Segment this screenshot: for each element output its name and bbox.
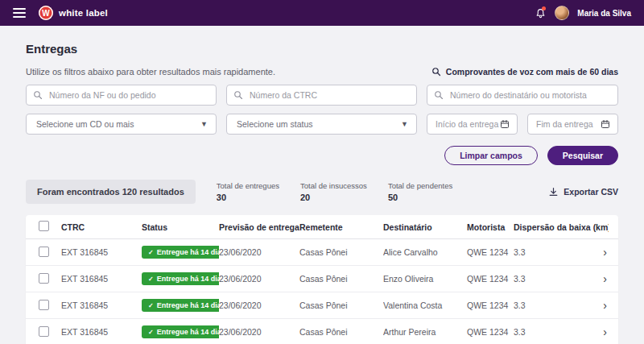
cell-dispersion: 3.3 xyxy=(514,327,526,337)
brand-logo[interactable]: W white label xyxy=(39,6,108,20)
check-icon: ✓ xyxy=(148,329,154,336)
cell-delivery-date: 23/06/2020 xyxy=(219,274,299,284)
cell-ctrc: EXT 316845 xyxy=(61,300,142,310)
cell-recipient: Arthur Pereira xyxy=(383,327,467,337)
check-icon: ✓ xyxy=(148,276,154,283)
cell-delivery-date: 23/06/2020 xyxy=(219,327,299,337)
cd-select[interactable]: Selecione um CD ou mais ▼ xyxy=(26,114,217,135)
cell-ctrc: EXT 316845 xyxy=(61,274,142,284)
cell-sender: Casas Pônei xyxy=(299,274,383,284)
status-badge: ✓Entregue há 14 dias xyxy=(142,325,219,338)
menu-icon[interactable] xyxy=(13,8,26,18)
col-driver: Motorista xyxy=(467,222,514,232)
status-badge: ✓Entregue há 14 dias xyxy=(142,272,219,285)
total-delivered: Total de entregues 30 xyxy=(217,181,279,202)
page-subtitle: Utilize os filtros abaixo para obter res… xyxy=(26,67,275,77)
col-sender: Remetente xyxy=(299,222,383,232)
start-date-input[interactable]: Início da entrega xyxy=(427,114,518,135)
main-content: Entregas Utilize os filtros abaixo para … xyxy=(0,42,644,344)
search-button[interactable]: Pesquisar xyxy=(547,146,618,165)
cell-sender: Casas Pônei xyxy=(299,327,383,337)
avatar[interactable] xyxy=(555,6,569,20)
col-ctrc: CTRC xyxy=(61,222,142,232)
search-icon xyxy=(431,67,441,77)
col-recipient: Destinatário xyxy=(383,222,467,232)
cell-dispersion: 3.3 xyxy=(514,300,526,310)
chevron-down-icon: ▼ xyxy=(401,120,408,128)
status-badge: ✓Entregue há 14 dias xyxy=(142,246,219,259)
search-icon xyxy=(434,90,444,100)
chevron-right-icon[interactable]: › xyxy=(603,300,607,311)
nf-order-input[interactable] xyxy=(27,85,216,105)
col-dispersion: Dispersão da baixa (km) xyxy=(514,222,609,232)
row-checkbox[interactable] xyxy=(39,300,49,310)
download-icon xyxy=(548,187,559,197)
user-name[interactable]: Maria da Silva xyxy=(577,9,631,18)
cell-sender: Casas Pônei xyxy=(299,300,383,310)
row-checkbox[interactable] xyxy=(39,273,49,284)
check-icon: ✓ xyxy=(148,302,154,309)
export-csv-button[interactable]: Exportar CSV xyxy=(548,187,618,197)
cell-delivery-date: 23/06/2020 xyxy=(219,247,299,257)
brand-name: white label xyxy=(59,8,108,18)
cell-driver: QWE 1234 xyxy=(467,327,514,337)
search-icon xyxy=(33,90,43,100)
check-icon: ✓ xyxy=(148,249,154,256)
calendar-icon xyxy=(601,119,610,129)
table-row[interactable]: EXT 316845 ✓Entregue há 14 dias 23/06/20… xyxy=(26,239,618,266)
chevron-right-icon[interactable]: › xyxy=(603,273,607,284)
col-delivery-date: Previsão de entrega xyxy=(219,222,299,232)
cell-recipient: Alice Carvalho xyxy=(383,247,467,257)
table-row[interactable]: EXT 316845 ✓Entregue há 14 dias 23/06/20… xyxy=(26,319,618,344)
calendar-icon xyxy=(500,119,510,129)
page-title: Entregas xyxy=(26,42,618,56)
cell-sender: Casas Pônei xyxy=(299,247,383,257)
clear-fields-button[interactable]: Limpar campos xyxy=(444,146,538,165)
table-row[interactable]: EXT 316845 ✓Entregue há 14 dias 23/06/20… xyxy=(26,266,618,292)
recipient-driver-input[interactable] xyxy=(427,85,617,105)
cell-delivery-date: 23/06/2020 xyxy=(219,300,299,310)
chevron-right-icon[interactable]: › xyxy=(603,247,607,258)
chevron-down-icon: ▼ xyxy=(200,120,208,128)
cell-driver: QWE 1234 xyxy=(467,247,514,257)
total-pending: Total de pendentes 50 xyxy=(388,181,452,202)
table-header-row: CTRC Status Previsão de entrega Remetent… xyxy=(26,215,618,239)
end-date-input[interactable]: Fim da entrega xyxy=(527,114,618,135)
chevron-right-icon[interactable]: › xyxy=(603,326,607,338)
select-all-checkbox[interactable] xyxy=(39,221,49,231)
voice-receipts-link[interactable]: Comprovantes de voz com mais de 60 dias xyxy=(431,67,618,77)
ctrc-input[interactable] xyxy=(227,85,416,105)
cell-recipient: Enzo Oliveira xyxy=(383,274,467,284)
cell-ctrc: EXT 316845 xyxy=(61,247,142,257)
cell-dispersion: 3.3 xyxy=(514,274,526,284)
row-checkbox[interactable] xyxy=(39,326,49,337)
deliveries-table: CTRC Status Previsão de entrega Remetent… xyxy=(26,215,618,344)
status-badge: ✓Entregue há 14 dias xyxy=(142,299,219,312)
search-icon xyxy=(233,90,243,100)
logo-icon: W xyxy=(39,6,53,20)
cell-recipient: Valentina Costa xyxy=(383,300,467,310)
results-count: Foram encontrados 120 resultados xyxy=(26,180,196,204)
table-row[interactable]: EXT 316845 ✓Entregue há 14 dias 23/06/20… xyxy=(26,292,618,319)
cell-dispersion: 3.3 xyxy=(514,247,526,257)
total-failed: Total de insucessos 20 xyxy=(300,181,367,202)
col-status: Status xyxy=(142,222,219,232)
cell-driver: QWE 1234 xyxy=(467,300,514,310)
cell-ctrc: EXT 316845 xyxy=(61,327,142,337)
cell-driver: QWE 1234 xyxy=(467,274,514,284)
top-bar: W white label Maria da Silva xyxy=(0,0,644,26)
notifications-bell-icon[interactable] xyxy=(534,6,547,19)
row-checkbox[interactable] xyxy=(39,247,49,257)
status-select[interactable]: Selecione um status ▼ xyxy=(226,114,417,135)
